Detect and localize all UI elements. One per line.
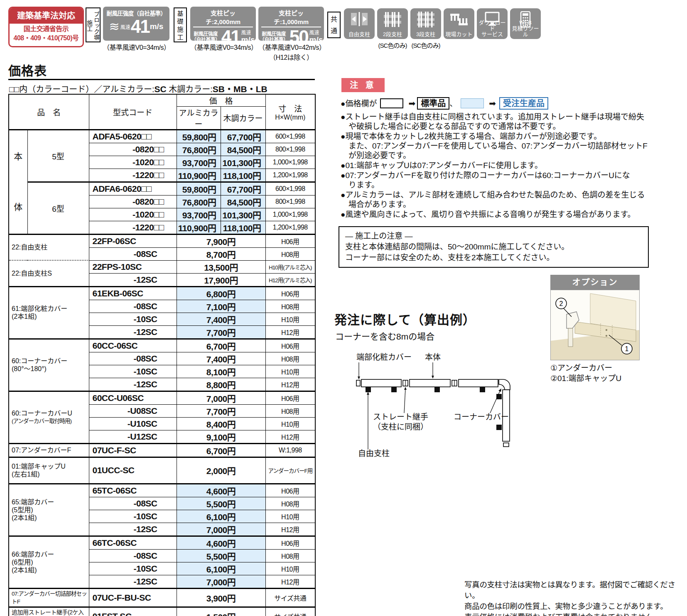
footer-notes: 写真の支柱寸法は実物とは異なります。据付図でご確認ください。 商品の色は印刷の性… xyxy=(464,579,687,616)
price: 1,500円 xyxy=(177,607,265,616)
price: 6,700円 xyxy=(177,339,265,352)
table-row: 65:端部カバー(5型用)(2本1組) 65TC-06SC4,600円H06用 xyxy=(9,484,315,497)
wind-pressure-badge-pitch1000: 支柱ピッチ:1,000mm 耐風圧強度 （自社基準） 50 風速 m/s xyxy=(258,7,324,41)
size: W:1,998 xyxy=(265,443,315,457)
price: 8,100円 xyxy=(177,365,265,378)
wind-pressure-badge-41: 耐風圧強度（自社基準） ≋ 風速 41 m/s xyxy=(103,7,169,41)
price: 7,900円 xyxy=(177,234,265,247)
price: 9,100円 xyxy=(177,430,265,443)
table-row: 追加用ストレート継手(2ケ入り) 01FST-SC1,500円サイズ共通 xyxy=(9,607,315,616)
wind3-label1: 耐風圧強度 xyxy=(262,31,286,37)
2-rail-post-icon xyxy=(383,11,402,29)
model-code: -10SC xyxy=(89,562,177,575)
tile-2-rail-caption: (SC色のみ) xyxy=(376,41,409,49)
wind-pressure-badge-pitch2000: 支柱ピッチ:2,000mm 耐風圧強度 （自社基準） 41 風速 m/s xyxy=(190,7,256,41)
size: サイズ共通 xyxy=(265,588,315,607)
price: 8,400円 xyxy=(177,417,265,430)
order-example-title: 発注に際して（算出例） xyxy=(334,310,476,328)
table-row: 66:端部カバー(6型用)(2本1組) 66TC-06SC4,600円H06用 xyxy=(9,536,315,549)
diagram-label-end-cover: 端部化粧カバー xyxy=(356,353,412,362)
price: 7,000円 xyxy=(177,523,265,536)
item-name: 65:端部カバー(5型用)(2本1組) xyxy=(9,484,89,536)
tile-3-rail-post: 3段支柱 xyxy=(410,8,441,39)
model-code: 07UC-F-BU-SC xyxy=(89,588,177,607)
model-code: ADFA6-0620□□ xyxy=(89,182,177,195)
size: 600×1,998 xyxy=(265,130,315,143)
item-name: 22:自由支柱 xyxy=(9,234,89,260)
size: 1,000×1,998 xyxy=(265,208,315,221)
wind-wave-icon: ≋ xyxy=(109,20,120,33)
model-code: -08SC xyxy=(89,497,177,510)
price: 8,800円 xyxy=(177,378,265,391)
header-price: 価 格 xyxy=(177,94,265,106)
size: H08用 xyxy=(265,247,315,260)
diagram-label-body: 本体 xyxy=(425,353,441,362)
model-code: -08SC xyxy=(89,300,177,313)
table-row: 07:アンダーカバーF 07UC-F-SC6,700円W:1,998 xyxy=(9,443,315,457)
notice-item: ●ストレート継手は自由支柱に同梱されています。追加用ストレート継手は現場で紛失 … xyxy=(341,112,687,131)
model-code: 60CC-U06SC xyxy=(89,391,177,404)
wind2-pitch: 支柱ピッチ:2,000mm xyxy=(193,7,253,27)
tile-web-estimate-label: WEB 見積りツール xyxy=(510,20,541,37)
price-wood: 84,500円 xyxy=(221,195,265,208)
building-law-title: 建築基準法対応 xyxy=(10,8,83,24)
wind1-value: 41 xyxy=(131,17,150,36)
price-wood: 67,700円 xyxy=(221,130,265,143)
standard-product-tag: 標準品 xyxy=(417,97,449,110)
type-6: 6型 xyxy=(27,182,89,234)
model-code: -08SC xyxy=(89,352,177,365)
tile-field-cut-label: 現場カット xyxy=(444,32,474,37)
price-alumi: 110,900円 xyxy=(177,221,221,234)
model-code: -12SC xyxy=(89,273,177,286)
model-code: -12SC xyxy=(89,378,177,391)
size: 1,200×1,998 xyxy=(265,221,315,234)
tile-3-rail-post-label: 3段支柱 xyxy=(410,32,441,37)
price: 7,000円 xyxy=(177,391,265,404)
3-rail-post-icon xyxy=(417,11,435,29)
size: H06用 xyxy=(265,391,315,404)
made-to-order-swatch xyxy=(461,98,484,108)
notice-item: ●アルミカラーは、アルミ部材を連続して組み合わせた製品のため、色調の差を生じる … xyxy=(341,190,687,209)
catalog-page: 建築基準法対応 国土交通省告示 408・409・410(750)号 ブロック塀 … xyxy=(0,0,687,616)
law-notice-line2: 408・409・410(750)号 xyxy=(10,34,83,43)
table-row: 61:端部化粧カバー(2本1組) 61EKB-06SC6,800円H06用 xyxy=(9,286,315,300)
size: H10用 xyxy=(265,313,315,325)
option-illustration: 2 1 xyxy=(550,290,640,360)
price: 7,000円 xyxy=(177,575,265,588)
size: H08用 xyxy=(265,549,315,562)
notice-item: ●01:端部キャップUは07:アンダーカバーFに使用します。 xyxy=(341,161,687,170)
model-code: -10SC xyxy=(89,365,177,378)
price-alumi: 76,800円 xyxy=(177,195,221,208)
size: H10用(アルミ芯入) xyxy=(265,260,315,273)
model-code: 01UCC-SC xyxy=(89,457,177,484)
price: 5,500円 xyxy=(177,497,265,510)
free-post-icon xyxy=(350,11,368,29)
item-name: 07:アンダーカバー切詰部材セットF xyxy=(9,588,89,607)
size: H08用 xyxy=(265,497,315,510)
price: 4,600円 xyxy=(177,536,265,549)
wind1-header: 耐風圧強度（自社基準） xyxy=(103,7,169,17)
svg-text:1: 1 xyxy=(625,345,629,352)
model-code: 22FPS-10SC xyxy=(89,260,177,273)
price-alumi: 93,700円 xyxy=(177,156,221,169)
arrow-icon: ➡ xyxy=(408,99,415,108)
model-code: 61EKB-06SC xyxy=(89,286,177,300)
model-code: -0820□□ xyxy=(89,195,177,208)
foundation-construction-label: 基 礎 施 工 xyxy=(174,7,187,42)
price: 7,100円 xyxy=(177,300,265,313)
price-wood: 101,300円 xyxy=(221,208,265,221)
price: 3,900円 xyxy=(177,588,265,607)
item-name: 01:端部キャップU(左右1組) xyxy=(9,457,89,484)
price: 7,400円 xyxy=(177,352,265,365)
item-name: 66:端部カバー(6型用)(2本1組) xyxy=(9,536,89,588)
tile-3-rail-caption: (SC色のみ) xyxy=(409,41,442,49)
order-example-diagram: 端部化粧カバー 本体 ストレート継手 xyxy=(353,347,519,473)
price: 4,600円 xyxy=(177,484,265,497)
tile-2-rail-post: 2段支柱 xyxy=(377,8,408,39)
tile-free-post-label: 自由支柱 xyxy=(344,32,375,37)
model-code: -08SC xyxy=(89,549,177,562)
size: 800×1,998 xyxy=(265,143,315,156)
header-size: 寸 法H×W(mm) xyxy=(265,94,315,130)
wind3-caption: （基準風速V0=42m/s） （H12は除く） xyxy=(258,42,324,62)
size: 1,200×1,998 xyxy=(265,169,315,182)
